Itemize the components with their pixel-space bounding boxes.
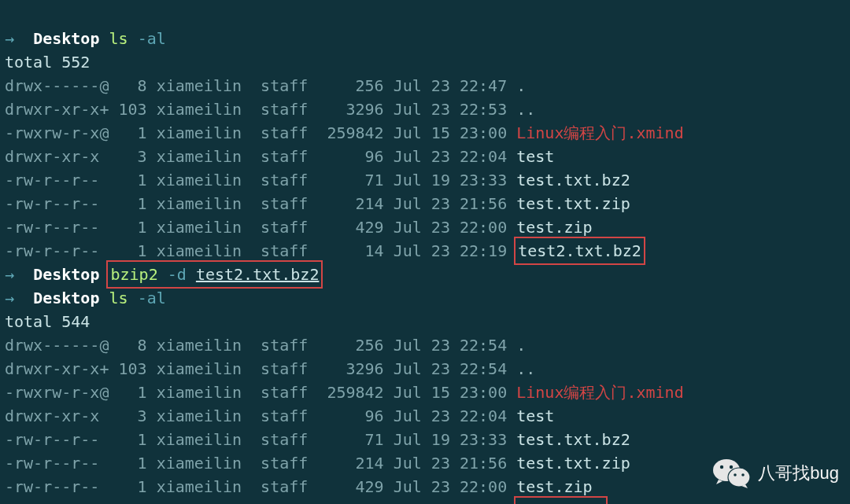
bzip2-command-highlight: bzip2 -d test2.txt.bz2 [109,263,320,286]
ls-row: -rwxrw-r-x@ 1 xiameilin staff 259842 Jul… [5,383,516,402]
svg-point-5 [741,473,745,476]
filename-highlight: test2.txt [516,498,604,504]
cmd-ls-arg: -al [138,29,166,48]
filename: test.txt.zip [516,194,630,213]
filename: .. [516,359,535,378]
filename: . [516,76,526,95]
svg-point-2 [720,465,723,469]
cmd-bzip2-target: test2.txt.bz2 [196,265,320,284]
filename: test.txt.zip [516,454,630,473]
ls-row: drwxr-xr-x 3 xiameilin staff 96 Jul 23 2… [5,407,516,425]
ls-row: drwxr-xr-x+ 103 xiameilin staff 3296 Jul… [5,100,516,119]
prompt-arrow-icon: → [5,265,14,284]
prompt-cwd: Desktop [33,29,99,48]
ls-row: -rw-r--r-- 1 xiameilin staff 429 Jul 23 … [5,218,516,237]
ls-row: -rw-r--r-- 1 xiameilin staff 429 Jul 23 … [5,477,516,496]
filename: . [516,336,526,355]
filename: test [516,147,554,166]
svg-point-4 [734,473,737,476]
prompt-line: → Desktop ls -al [5,289,166,307]
prompt-arrow-icon: → [5,289,14,307]
filename: test.zip [516,218,592,237]
ls-row: drwxr-xr-x 3 xiameilin staff 96 Jul 23 2… [5,147,516,166]
ls-output-before: drwx------@ 8 xiameilin staff 256 Jul 23… [5,76,684,260]
total-line: total 552 [5,53,90,72]
watermark: 八哥找bug [712,457,839,490]
prompt-cwd: Desktop [33,289,99,307]
cmd-ls: ls [109,289,128,307]
cmd-ls: ls [109,29,128,48]
prompt-line: → Desktop bzip2 -d test2.txt.bz2 [5,265,320,284]
ls-row: -rw-r--r-- 1 xiameilin staff 71 Jul 19 2… [5,171,516,189]
svg-point-3 [730,465,733,469]
ls-row: -rw-r--r-- 1 xiameilin staff 14 Jul 23 2… [5,241,516,260]
cmd-bzip2: bzip2 [110,265,157,284]
filename: test.txt.bz2 [516,430,630,449]
ls-row: -rw-r--r-- 1 xiameilin staff 214 Jul 23 … [5,194,516,213]
filename: test.txt.bz2 [516,171,630,189]
prompt-line: → Desktop ls -al [5,29,166,48]
svg-point-1 [728,468,750,487]
terminal-output[interactable]: → Desktop ls -al total 552 drwx------@ 8… [0,0,850,504]
ls-row: drwx------@ 8 xiameilin staff 256 Jul 23… [5,336,516,355]
filename: Linux编程入门.xmind [516,123,683,142]
filename-highlight: test2.txt.bz2 [516,239,643,263]
ls-row: -rwxrw-r-x@ 1 xiameilin staff 259842 Jul… [5,123,516,142]
wechat-icon [712,457,752,490]
ls-row: drwx------@ 8 xiameilin staff 256 Jul 23… [5,76,516,95]
cmd-bzip2-arg: -d [168,265,187,284]
prompt-cwd: Desktop [33,265,99,284]
ls-row: -rw-r--r-- 1 xiameilin staff 214 Jul 23 … [5,454,516,473]
filename: Linux编程入门.xmind [516,383,683,402]
ls-row: -rw-r--r-- 1 xiameilin staff 71 Jul 19 2… [5,430,516,449]
watermark-text: 八哥找bug [758,462,839,485]
filename: .. [516,100,535,119]
filename: test [516,407,554,425]
filename: test.zip [516,477,592,496]
prompt-arrow-icon: → [5,29,14,48]
total-line: total 544 [5,312,90,331]
ls-row: drwxr-xr-x+ 103 xiameilin staff 3296 Jul… [5,359,516,378]
ls-row: -rw-r--r-- 1 xiameilin staff 0 Jul 23 22… [5,501,516,504]
ls-output-after: drwx------@ 8 xiameilin staff 256 Jul 23… [5,336,684,504]
cmd-ls-arg: -al [138,289,166,307]
